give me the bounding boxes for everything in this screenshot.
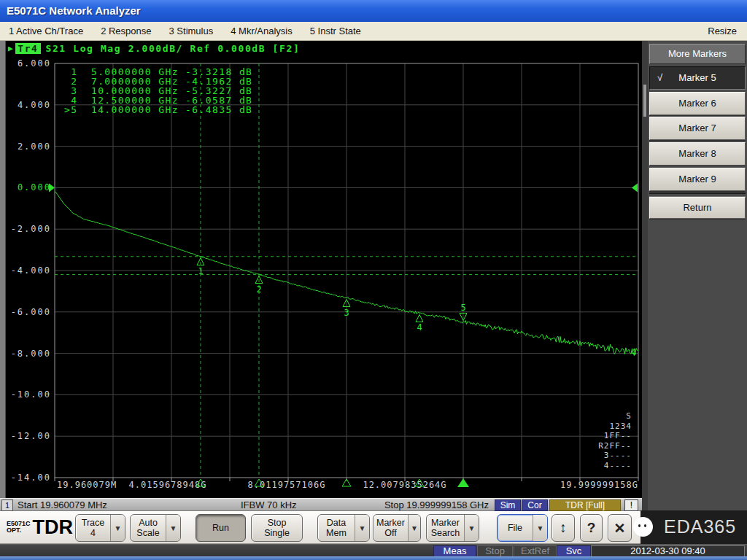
svg-text:12.0079835264G: 12.0079835264G [363,480,446,490]
trace-status-line: ▶ Tr4 S21 Log Mag 2.000dB/ Ref 0.000dB [… [8,42,300,55]
dropdown-arrow-icon[interactable]: ▼ [408,515,420,541]
data-mem-button[interactable]: DataMem▼ [317,514,370,542]
svg-text:2.000: 2.000 [18,141,51,152]
softkey-marker-6[interactable]: Marker 6 [649,92,746,115]
dropdown-arrow-icon[interactable]: ▼ [110,515,125,541]
dropdown-arrow-icon[interactable]: ▼ [355,515,369,541]
active-trace-arrow-icon: ▶ [8,44,14,53]
ref-level-arrow-right [632,183,638,192]
softkey-return[interactable]: Return [649,197,746,219]
svg-text:4: 4 [631,347,636,357]
eda365-watermark: EDA365 [640,510,747,544]
channel-badge-: ! [624,499,638,511]
menu-item-4[interactable]: 4 Mkr/Analysis [222,22,301,40]
help-icon: ? [581,515,602,541]
softkey-marker-8[interactable]: Marker 8 [649,142,746,166]
status-badge-extref: ExtRef [514,545,557,557]
svg-text:6.000: 6.000 [18,58,51,69]
marker-search-button[interactable]: MarkerSearch▼ [426,514,479,542]
run-button[interactable]: Run [196,514,246,542]
channel-status-bar: 1 Start 19.960079 MHz IFBW 70 kHz Stop 1… [0,498,642,511]
svg-text:-4.000: -4.000 [11,265,51,276]
sidebar-rail-handle[interactable] [643,85,646,117]
help-button[interactable]: ? [580,514,603,542]
svg-text:-2.000: -2.000 [11,224,51,234]
svg-text:19.999999158G: 19.999999158G [560,480,638,490]
svg-text:3: 3 [344,308,349,318]
svg-text:4: 4 [417,322,422,332]
svg-text:4.000: 4.000 [18,100,51,110]
svg-text:1: 1 [198,266,203,276]
softkey-marker-5[interactable]: Marker 5√ [649,66,746,90]
menu-item-3[interactable]: 3 Stimulus [160,22,222,40]
dropdown-arrow-icon[interactable]: ▼ [166,515,180,541]
status-badge-stop: Stop [477,545,513,557]
svg-text:5: 5 [460,303,465,313]
svg-text:8.0119757106G: 8.0119757106G [248,480,326,490]
trace-select-button[interactable]: Trace4▼ [75,514,125,542]
menu-items: 1 Active Ch/Trace2 Response3 Stimulus4 M… [0,22,370,40]
bottom-accent-strip [0,556,747,560]
svg-text:-6.000: -6.000 [11,307,51,317]
softkey-marker-7[interactable]: Marker 7 [649,117,746,140]
svg-text:-10.00: -10.00 [11,389,51,400]
window-left-border [0,41,6,498]
axis-marker-5 [457,478,469,487]
analyzer-screen: 6.0004.0002.0000.000-2.000-4.000-6.000-8… [6,41,642,498]
marker-search-button-label: MarkerSearch [427,515,464,541]
matrix-row: R2FF-- [598,441,632,451]
svg-text:-14.00: -14.00 [11,472,51,483]
channel-badge-sim: Sim [495,499,521,511]
data-mem-button-label: DataMem [318,515,355,541]
status-badge-svc: Svc [557,545,591,557]
menu-bar: 1 Active Ch/Trace2 Response3 Stimulus4 M… [0,22,747,41]
svg-text:4.0159678948G: 4.0159678948G [129,480,207,490]
matrix-row: S [598,411,632,421]
auto-scale-button[interactable]: AutoScale▼ [130,514,181,542]
svg-text:0.000: 0.000 [18,182,51,192]
stop-single-button[interactable]: StopSingle [251,514,303,542]
marker-off-button[interactable]: MarkerOff▼ [373,514,421,542]
resize-button[interactable]: Resize [708,26,747,36]
datetime-display: 2012-03-30 09:40 [591,545,745,557]
window-title: E5071C Network Analyzer [7,4,141,17]
instrument-toolbar: E5071C OPT. TDR Trace4▼AutoScale▼RunStop… [0,511,643,544]
ref-level-arrow-left [49,183,55,192]
file-button[interactable]: File▼ [497,514,548,542]
channel-number: 1 [1,499,13,511]
logo-model-text: E5071C OPT. [7,521,31,534]
marker-symbol-4[interactable]: 4 [416,314,423,332]
updown-icon: ↕ [552,515,574,541]
close-icon: ✕ [608,515,631,541]
trace-format-text: S21 Log Mag 2.000dB/ Ref 0.000dB [F2] [46,43,301,54]
check-icon: √ [657,67,662,89]
marker-symbol-2[interactable]: 2 [255,276,263,295]
marker-symbol-1[interactable]: 1 [197,258,204,276]
updown-button[interactable]: ↕ [551,514,575,542]
close-button[interactable]: ✕ [608,514,632,542]
dropdown-arrow-icon[interactable]: ▼ [533,515,547,541]
channel-badge-cor: Cor [522,499,548,511]
menu-item-2[interactable]: 2 Response [92,22,160,40]
softkey-marker-9[interactable]: Marker 9 [649,168,746,191]
auto-scale-button-label: AutoScale [131,515,166,541]
ifbw-label: IFBW 70 kHz [241,499,297,511]
dropdown-arrow-icon[interactable]: ▼ [464,515,479,541]
menu-item-1[interactable]: 1 Active Ch/Trace [0,22,92,40]
title-bar: E5071C Network Analyzer [0,0,747,22]
softkey-more-markers[interactable]: More Markers [649,44,746,64]
status-badge-meas: Meas [433,545,476,557]
channel-trace-matrix: S 1234 1FF--R2FF-- 3---- 4---- [598,411,632,470]
start-frequency-label: Start 19.960079 MHz [18,499,107,511]
logo-tdr-text: TDR [33,516,74,538]
svg-text:-12.00: -12.00 [11,431,51,441]
trace-badge[interactable]: Tr4 [15,43,40,54]
instrument-logo: E5071C OPT. TDR [7,516,73,538]
menu-item-5[interactable]: 5 Instr State [301,22,370,40]
matrix-row: 1FF-- [598,431,632,441]
matrix-row: 4---- [598,461,632,471]
run-button-label: Run [196,515,245,541]
chat-bubble-icon [633,517,653,537]
stop-single-button-label: StopSingle [252,515,302,541]
matrix-row: 1234 [598,421,632,432]
